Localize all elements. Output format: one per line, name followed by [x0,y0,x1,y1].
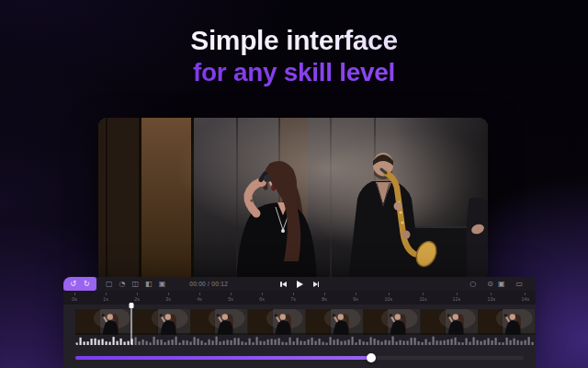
snapshot-button[interactable]: ▣ [498,277,505,291]
waveform-bar [492,340,493,345]
redo-icon: ↻ [84,281,90,288]
waveform-bar [451,339,453,345]
waveform-bar [525,340,526,345]
waveform-bar [84,341,85,345]
waveform-bar [271,339,273,345]
ruler-tick-label: 6s [259,296,265,301]
waveform-bar [87,341,89,345]
loop-button[interactable]: ○ [469,277,476,291]
waveform-bar [289,338,291,345]
timeline-thumbnail[interactable] [363,309,421,335]
ruler-tick: 12s [452,293,461,302]
loop-icon: ○ [469,281,476,288]
eye-icon: ⊙ [487,281,493,288]
timeline-thumbnail[interactable] [421,309,479,335]
ruler-tick-label: 11s [419,296,426,301]
waveform-bar [345,340,346,345]
waveform-bar [179,342,181,345]
waveform-bar [135,338,137,345]
waveform-bar [216,337,218,345]
waveform-bar [433,337,435,345]
waveform-bar [425,339,427,345]
waveform-bar [209,339,210,345]
preview-quality-button[interactable]: ⊙ [487,277,493,291]
ruler-tick-label: 1s [103,296,108,301]
waveform-bar [473,338,475,345]
waveform-bar [499,342,501,345]
waveform-bar [440,340,442,345]
waveform-bar [389,340,390,345]
waveform-bar [282,342,284,345]
speed-icon: ◔ [119,281,126,288]
timeline-thumbnail[interactable] [190,309,248,335]
undo-button[interactable]: ↺ [70,277,76,291]
waveform-bar [227,339,229,345]
redo-button[interactable]: ↻ [84,277,90,291]
ruler-tick-mark [106,293,107,295]
video-clip-strip[interactable] [75,309,536,335]
previous-frame-button[interactable] [280,277,287,291]
ruler-tick: 5s [228,293,233,302]
waveform-bar [367,342,368,345]
timeline-thumbnail[interactable] [133,309,191,335]
ruler-tick: 10s [384,293,393,302]
waveform-bar [506,338,508,345]
filters-button[interactable]: ◧ [145,277,153,291]
speed-button[interactable]: ◔ [119,277,126,291]
waveform-bar [220,341,221,345]
fullscreen-button[interactable]: ▭ [515,277,523,291]
transitions-button[interactable]: ◫ [132,277,140,291]
waveform-bar [76,343,78,346]
waveform-bar [315,341,317,345]
ruler-tick: 8s [322,293,327,302]
timeline-slider[interactable] [75,356,524,360]
waveform-bar [326,342,328,345]
waveform-bar [514,339,515,345]
timeline-thumbnail[interactable] [75,309,133,335]
waveform-bar [117,341,119,345]
waveform-bar [198,339,199,345]
waveform-bar [242,341,243,345]
waveform-bar [161,339,163,345]
transitions-icon: ◫ [132,281,140,288]
next-frame-button[interactable] [313,277,320,291]
waveform-bar [102,339,104,345]
waveform-bar [488,339,490,345]
waveform-bar [245,342,247,345]
waveform-bar [234,338,236,345]
waveform-bar [253,342,254,345]
timeline-thumbnail[interactable] [248,309,306,335]
playhead[interactable] [130,303,134,344]
waveform-bar [304,341,306,345]
waveform-bar [223,340,225,345]
waveform-bar [146,341,148,345]
play-icon [297,281,303,288]
slider-fill [75,356,371,360]
waveform-bar [164,342,166,345]
waveform-bar [337,339,339,345]
ruler-tick-mark [423,293,424,295]
video-preview-scene [98,118,488,282]
waveform-bar [98,339,100,345]
timeline-ruler[interactable]: 0s1s2s3s4s5s6s7s8s9s10s11s12s13s14s [63,291,536,305]
slider-handle[interactable] [367,353,376,362]
waveform-bar [109,342,111,345]
waveform-bar [363,341,365,345]
play-button[interactable] [297,277,303,291]
crop-button[interactable]: ▢ [106,277,113,291]
timeline-thumbnail[interactable] [478,309,536,335]
waveform-bar [201,340,203,345]
waveform-bar [260,341,262,345]
waveform-bar [194,337,196,345]
waveform-bar [396,341,398,345]
titles-button[interactable]: ▣ [159,277,166,291]
waveform-bar [172,339,174,345]
timeline-thumbnail[interactable] [306,309,364,335]
toolbar: ↺↻ ▢◔◫◧▣ 00:00 / 00:12 ○⊙▣▭ [63,277,536,291]
waveform-bar [278,339,280,345]
waveform-bar [95,339,96,345]
waveform-bar [414,338,416,345]
waveform-bar [503,342,504,345]
waveform-bar [532,342,534,345]
hero-title: Simple interface for any skill level [0,25,588,86]
